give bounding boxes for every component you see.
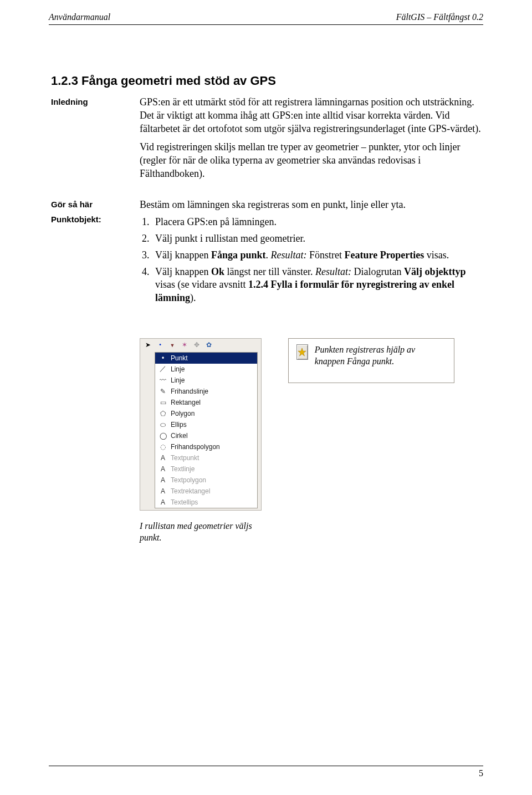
geometry-dropdown[interactable]: •Punkt／Linje〰Linje✎Frihandslinje▭Rektang…: [155, 352, 258, 508]
block-gorsahar: Gör så här Bestäm om lämningen ska regis…: [51, 198, 481, 212]
section-title: 1.2.3 Fånga geometri med stöd av GPS: [51, 74, 481, 88]
inledning-p2: Vid registreringen skiljs mellan tre typ…: [140, 141, 481, 180]
geometry-option[interactable]: 〰Linje: [155, 375, 257, 386]
geometry-option: ATextpolygon: [155, 475, 257, 486]
geometry-option[interactable]: •Punkt: [155, 353, 257, 364]
geometry-option[interactable]: ⬭Ellips: [155, 419, 257, 430]
geometry-option[interactable]: ✎Frihandslinje: [155, 386, 257, 397]
figure-right-caption: Punkten registreras hjälp av knappen Fån…: [315, 344, 446, 368]
geometry-option-icon: ⬠: [158, 409, 167, 418]
geometry-option-icon: ／: [158, 365, 167, 374]
dot-icon[interactable]: •: [156, 341, 165, 350]
step-2: Välj punkt i rullistan med geometrier.: [152, 232, 481, 246]
geometry-option-icon: ⬭: [158, 420, 167, 429]
geometry-option-icon: A: [158, 487, 167, 496]
step-1: Placera GPS:en på lämningen.: [152, 216, 481, 229]
geometry-option-label: Textpolygon: [171, 476, 206, 484]
figure-row: ➤ • ▼ ✶ ✥ ✿ •Punkt／Linje〰Linje✎Frihandsl…: [51, 338, 481, 544]
block-punktobjekt: Punktobjekt: Placera GPS:en på lämningen…: [51, 213, 481, 308]
geometry-option-icon: 〰: [158, 376, 167, 385]
geometry-option-icon: ✎: [158, 387, 167, 396]
geometry-option-label: Textlinje: [171, 465, 195, 473]
geometry-option-icon: •: [158, 354, 167, 363]
page-footer: 5: [49, 766, 483, 778]
geometry-option-icon: A: [158, 476, 167, 485]
footer-rule: [49, 766, 483, 766]
geometry-option-label: Frihandslinje: [171, 388, 208, 395]
geometry-option-icon: ◯: [158, 431, 167, 440]
block-inledning: Inledning GPS:en är ett utmärkt stöd för…: [51, 96, 481, 186]
body-gorsahar: Bestäm om lämningen ska registreras som …: [140, 198, 481, 212]
page-number: 5: [49, 768, 483, 778]
page-header: Användarmanual FältGIS – Fältfångst 0.2: [0, 0, 532, 22]
geometry-option-label: Polygon: [171, 410, 195, 417]
capture-point-button[interactable]: [296, 344, 308, 360]
geometry-option-label: Linje: [171, 365, 185, 373]
label-inledning: Inledning: [51, 96, 140, 186]
pointer-icon[interactable]: ➤: [144, 341, 152, 350]
geometry-option-label: Textpunkt: [171, 454, 199, 462]
sparkle-icon[interactable]: ✶: [180, 341, 189, 350]
step-4: Välj knappen Ok längst ner till vänster.…: [152, 266, 481, 305]
geometry-option-label: Ellips: [171, 421, 187, 429]
geometry-option-icon: A: [158, 498, 167, 507]
header-right: FältGIS – Fältfångst 0.2: [396, 12, 483, 22]
geometry-option[interactable]: ◯Cirkel: [155, 430, 257, 441]
geometry-option[interactable]: ⬠Polygon: [155, 408, 257, 419]
label-punktobjekt: Punktobjekt:: [51, 213, 140, 308]
geometry-option-icon: ◌: [158, 442, 167, 451]
chevron-down-icon[interactable]: ▼: [168, 341, 177, 350]
figure-right: Punkten registreras hjälp av knappen Fån…: [288, 338, 454, 384]
content: 1.2.3 Fånga geometri med stöd av GPS Inl…: [0, 25, 532, 543]
geometry-option-icon: A: [158, 453, 167, 462]
geometry-option-label: Textellips: [171, 498, 198, 506]
geometry-toolbar: ➤ • ▼ ✶ ✥ ✿ •Punkt／Linje〰Linje✎Frihandsl…: [140, 338, 262, 511]
geometry-option-label: Rektangel: [171, 399, 201, 406]
geometry-option-label: Textrektangel: [171, 487, 210, 495]
step-3: Välj knappen Fånga punkt. Resultat: Föns…: [152, 249, 481, 262]
geometry-option-label: Frihandspolygon: [171, 443, 220, 451]
body-inledning: GPS:en är ett utmärkt stöd för att regis…: [140, 96, 481, 186]
capture-point-icon: [297, 347, 307, 357]
gear-icon[interactable]: ✿: [204, 341, 213, 350]
tool-icons-row: ➤ • ▼ ✶ ✥ ✿: [140, 340, 261, 351]
steps-list: Placera GPS:en på lämningen. Välj punkt …: [140, 216, 481, 305]
header-left: Användarmanual: [49, 12, 110, 22]
geometry-option-label: Linje: [171, 376, 185, 384]
geometry-option[interactable]: ／Linje: [155, 364, 257, 375]
geometry-option-icon: A: [158, 465, 167, 473]
geometry-option: ATextpunkt: [155, 452, 257, 463]
geometry-option-label: Punkt: [171, 354, 188, 362]
figure-left: ➤ • ▼ ✶ ✥ ✿ •Punkt／Linje〰Linje✎Frihandsl…: [140, 338, 267, 544]
inledning-p1: GPS:en är ett utmärkt stöd för att regis…: [140, 96, 481, 135]
geometry-option: ATextrektangel: [155, 486, 257, 497]
geometry-option-label: Cirkel: [171, 432, 188, 440]
geometry-option[interactable]: ◌Frihandspolygon: [155, 441, 257, 452]
geometry-option: ATextlinje: [155, 463, 257, 475]
figure-left-caption: I rullistan med geometrier väljs punkt.: [140, 521, 267, 544]
geometry-option-icon: ▭: [158, 398, 167, 407]
body-punktobjekt: Placera GPS:en på lämningen. Välj punkt …: [140, 213, 481, 308]
geometry-option: ATextellips: [155, 497, 257, 508]
geometry-option[interactable]: ▭Rektangel: [155, 397, 257, 408]
capture-icon[interactable]: ✥: [192, 341, 201, 350]
label-gorsahar: Gör så här: [51, 198, 140, 212]
svg-marker-0: [298, 348, 306, 356]
